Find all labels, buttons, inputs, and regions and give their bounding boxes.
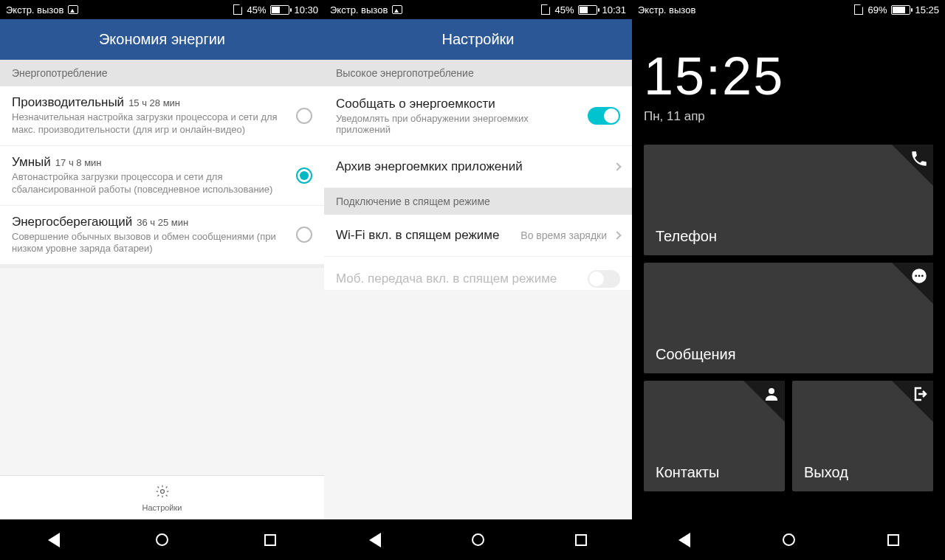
notify-energy-row[interactable]: Сообщать о энергоемкости Уведомлять при …: [324, 86, 632, 146]
tile-phone[interactable]: Телефон: [644, 145, 933, 255]
radio-icon[interactable]: [296, 227, 312, 243]
battery-icon: [270, 5, 289, 15]
mobile-sleep-row: Моб. передача вкл. в спящем режиме: [324, 257, 632, 290]
chat-icon: [910, 267, 929, 289]
tile-grid: Телефон Сообщения Контакты: [644, 145, 933, 491]
svg-point-0: [160, 489, 164, 493]
svg-point-2: [915, 275, 917, 277]
mode-smart[interactable]: Умный17 ч 8 мин Автонастройка загрузки п…: [0, 146, 324, 206]
clock-date: Пн, 11 апр: [644, 109, 933, 124]
wifi-sleep-row[interactable]: Wi-Fi вкл. в спящем режиме Во время заря…: [324, 215, 632, 257]
home-button[interactable]: [156, 533, 168, 546]
mode-desc: Совершение обычных вызовов и обмен сообщ…: [12, 231, 312, 256]
mode-time: 15 ч 28 мин: [128, 97, 180, 108]
lockscreen-content: 15:25 Пн, 11 апр Телефон Сообщения: [632, 19, 945, 519]
mode-title: Производительный: [12, 95, 124, 109]
android-navbar: [324, 519, 632, 560]
recent-button[interactable]: [575, 534, 587, 546]
chevron-right-icon: [613, 231, 621, 239]
battery-icon: [891, 5, 910, 15]
battery-icon: [578, 5, 597, 15]
gear-icon: [155, 484, 170, 502]
clock-label: 10:31: [602, 4, 626, 15]
tile-contacts[interactable]: Контакты: [644, 381, 785, 491]
home-button[interactable]: [783, 533, 795, 546]
battery-percent: 45%: [247, 4, 266, 15]
home-button[interactable]: [472, 533, 484, 546]
radio-icon[interactable]: [296, 108, 312, 124]
mode-title: Умный: [12, 155, 51, 169]
phone-icon: [910, 149, 929, 171]
clock-time: 15:25: [644, 46, 933, 106]
tile-label: Сообщения: [656, 346, 736, 363]
android-navbar: [0, 519, 324, 560]
content-area: Высокое энергопотребление Сообщать о эне…: [324, 60, 632, 290]
spacer: [324, 290, 632, 520]
status-bar: Экстр. вызов 45% 10:30: [0, 0, 324, 19]
archive-row[interactable]: Архив энергоемких приложений: [324, 146, 632, 188]
phone-screen-1: Экстр. вызов 45% 10:30 Экономия энергии …: [0, 0, 324, 560]
row-title: Моб. передача вкл. в спящем режиме: [336, 272, 582, 286]
mode-title: Энергосберегающий: [12, 215, 132, 229]
status-bar: Экстр. вызов 69% 15:25: [632, 0, 945, 19]
toggle-switch[interactable]: [588, 107, 620, 125]
tile-exit[interactable]: Выход: [792, 381, 933, 491]
chevron-right-icon: [613, 162, 621, 170]
carrier-label: Экстр. вызов: [330, 4, 388, 15]
svg-point-4: [921, 275, 924, 277]
back-button[interactable]: [48, 533, 60, 547]
sim-icon: [854, 4, 863, 15]
picture-icon: [68, 5, 78, 14]
row-title: Архив энергоемких приложений: [336, 159, 614, 174]
status-bar: Экстр. вызов 45% 10:31: [324, 0, 632, 19]
tile-label: Телефон: [656, 228, 717, 245]
carrier-label: Экстр. вызов: [6, 4, 63, 15]
picture-icon: [392, 5, 402, 14]
android-navbar: [632, 519, 945, 560]
recent-button[interactable]: [264, 534, 276, 546]
content-area: Энергопотребление Производительный15 ч 2…: [0, 60, 324, 268]
tile-label: Контакты: [656, 464, 719, 481]
battery-percent: 45%: [554, 4, 574, 15]
sim-icon: [233, 4, 242, 15]
clock-label: 15:25: [915, 4, 939, 15]
section-high: Высокое энергопотребление: [324, 60, 632, 86]
mode-desc: Незначительная настройка загрузки процес…: [12, 111, 312, 136]
battery-percent: 69%: [867, 4, 887, 15]
mode-performance[interactable]: Производительный15 ч 28 мин Незначительн…: [0, 86, 324, 146]
tab-label: Настройки: [142, 503, 182, 512]
row-value: Во время зарядки: [520, 229, 607, 241]
mode-time: 36 ч 25 мин: [137, 217, 188, 228]
phone-screen-2: Экстр. вызов 45% 10:31 Настройки Высокое…: [324, 0, 632, 560]
sim-icon: [541, 4, 550, 15]
row-title: Сообщать о энергоемкости: [336, 97, 582, 111]
phone-screen-3: Экстр. вызов 69% 15:25 15:25 Пн, 11 апр …: [632, 0, 945, 560]
tile-label: Выход: [804, 464, 848, 481]
spacer: [0, 268, 324, 476]
clock-label: 10:30: [294, 4, 318, 15]
settings-tab[interactable]: Настройки: [0, 475, 324, 519]
row-desc: Уведомлять при обнаружении энергоемких п…: [336, 113, 582, 135]
back-button[interactable]: [369, 533, 381, 547]
radio-icon[interactable]: [296, 167, 312, 184]
row-title: Wi-Fi вкл. в спящем режиме: [336, 228, 520, 243]
person-icon: [763, 385, 780, 406]
carrier-label: Экстр. вызов: [638, 4, 695, 15]
section-sleep: Подключение в спящем режиме: [324, 188, 632, 215]
svg-point-5: [769, 388, 774, 394]
recent-button[interactable]: [887, 534, 899, 546]
section-consumption: Энергопотребление: [0, 60, 324, 86]
svg-point-3: [918, 275, 921, 277]
mode-saver[interactable]: Энергосберегающий36 ч 25 мин Совершение …: [0, 206, 324, 266]
mode-time: 17 ч 8 мин: [55, 157, 102, 168]
exit-icon: [911, 385, 929, 406]
page-title: Экономия энергии: [0, 19, 324, 60]
mode-desc: Автонастройка загрузки процессора и сети…: [12, 171, 312, 196]
back-button[interactable]: [678, 533, 690, 547]
toggle-switch: [588, 270, 620, 288]
page-title: Настройки: [324, 19, 632, 60]
tile-messages[interactable]: Сообщения: [644, 263, 933, 373]
